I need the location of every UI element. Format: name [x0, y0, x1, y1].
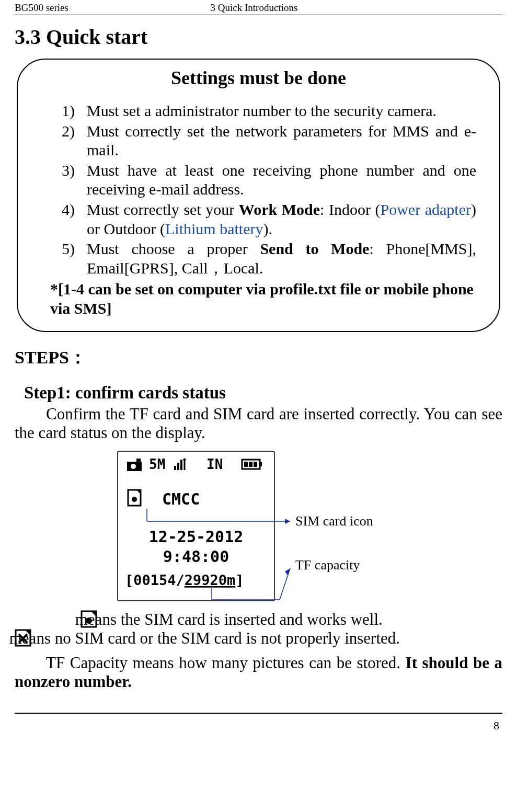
- settings-item-text: Must correctly set the network parameter…: [87, 122, 476, 159]
- display-counter-right: 29920m: [184, 572, 235, 588]
- display-date: 12-25-2012: [148, 528, 243, 546]
- display-mode: IN: [206, 456, 223, 472]
- settings-item-3: 3) Must have at least one receiving phon…: [62, 161, 476, 199]
- svg-rect-12: [254, 462, 257, 467]
- svg-point-3: [131, 464, 136, 469]
- settings-item-num: 1): [62, 101, 75, 121]
- settings-item-text: Must choose a proper: [87, 240, 260, 257]
- settings-item-text: Must set a administrator number to the s…: [87, 102, 436, 119]
- display-diagram: 5M IN CM: [15, 448, 502, 605]
- page-header: BG500 series 3 Quick Introductions: [15, 0, 502, 15]
- sim-fail-icon: [0, 629, 2, 647]
- sim-ok-icon: [49, 610, 68, 628]
- callout-note: *[1-4 can be set on computer via profile…: [50, 280, 476, 318]
- svg-rect-4: [174, 466, 176, 470]
- settings-item-text: Must correctly set your: [87, 201, 239, 218]
- settings-item-1: 1) Must set a administrator number to th…: [62, 101, 476, 121]
- settings-item-bold: Work Mode: [239, 201, 320, 218]
- settings-callout: Settings must be done 1) Must set a admi…: [17, 59, 500, 332]
- svg-point-16: [132, 497, 137, 502]
- label-tf-capacity: TF capacity: [295, 557, 360, 573]
- svg-marker-24: [285, 568, 290, 576]
- settings-item-5: 5) Must choose a proper Send to Mode: Ph…: [62, 239, 476, 278]
- svg-rect-6: [180, 460, 182, 470]
- svg-rect-2: [136, 459, 141, 463]
- sim-ok-text: means the SIM card is inserted and works…: [75, 610, 383, 628]
- settings-list: 1) Must set a administrator number to th…: [41, 101, 476, 278]
- header-rule: [15, 15, 502, 15]
- display-counter-left: [00154/: [125, 572, 185, 588]
- settings-item-bold: Send to Mode: [260, 240, 369, 257]
- after-diagram-para1: means the SIM card is inserted and works…: [15, 610, 502, 648]
- link-lithium-battery: Lithium battery: [165, 220, 263, 237]
- display-diagram-svg: 5M IN CM: [112, 448, 405, 605]
- header-left: BG500 series: [15, 2, 68, 14]
- settings-item-2: 2) Must correctly set the network parame…: [62, 122, 476, 160]
- settings-item-tail: ).: [263, 220, 272, 237]
- section-heading: 3.3 Quick start: [15, 25, 502, 49]
- svg-point-8: [183, 458, 186, 461]
- svg-marker-15: [136, 490, 141, 494]
- svg-rect-13: [260, 462, 262, 466]
- header-center: 3 Quick Introductions: [211, 2, 298, 14]
- page-footer: 8: [15, 713, 502, 736]
- svg-rect-5: [177, 463, 179, 470]
- display-time: 9:48:00: [163, 547, 228, 566]
- page-number: 8: [493, 719, 499, 732]
- display-counter-close: ]: [235, 572, 244, 588]
- steps-heading: STEPS：: [15, 346, 502, 370]
- settings-item-num: 4): [62, 200, 75, 220]
- callout-title: Settings must be done: [41, 67, 476, 89]
- tf-capacity-text: TF Capacity means how many pictures can …: [46, 654, 406, 672]
- settings-item-4: 4) Must correctly set your Work Mode: In…: [62, 200, 476, 238]
- settings-item-num: 2): [62, 122, 75, 141]
- svg-rect-10: [244, 462, 248, 467]
- svg-rect-11: [249, 462, 252, 467]
- settings-item-post: : Indoor (: [320, 201, 380, 218]
- display-carrier: CMCC: [162, 490, 200, 508]
- step1-title: Step1: confirm cards status: [24, 383, 502, 403]
- link-power-adapter: Power adapter: [381, 201, 472, 218]
- step1-paragraph: Confirm the TF card and SIM card are ins…: [15, 405, 502, 443]
- settings-item-num: 3): [62, 161, 75, 180]
- sim-fail-text: means no SIM card or the SIM card is not…: [9, 629, 400, 647]
- settings-item-num: 5): [62, 239, 75, 259]
- display-res: 5M: [149, 456, 165, 472]
- after-diagram-para2: TF Capacity means how many pictures can …: [15, 654, 502, 692]
- label-sim-card: SIM card icon: [295, 513, 373, 529]
- svg-text:[00154/29920m]: [00154/29920m]: [125, 572, 244, 588]
- settings-item-text: Must have at least one receiving phone n…: [87, 162, 476, 198]
- svg-marker-20: [285, 519, 290, 524]
